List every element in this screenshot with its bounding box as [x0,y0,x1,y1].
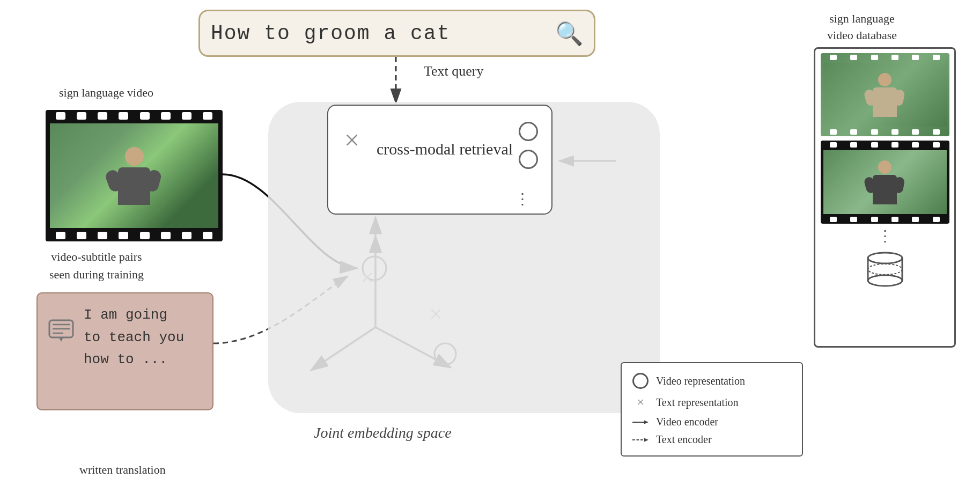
legend-text-encoder: Text encoder [632,433,791,446]
subtitle-box: I am goingto teach youhow to ... [36,292,213,410]
db-film-1 [821,53,949,136]
sign-language-db-label: sign languagevideo database [827,11,897,44]
database-icon [864,251,907,290]
cross-modal-retrieval-box: × ⋮ cross-modal retrieval [327,105,552,215]
legend-video-representation: Video representation [632,373,791,389]
legend-text-rep-label: Text representation [656,396,739,409]
search-bar[interactable]: How to groom a cat 🔍 [198,10,595,57]
embedding-space-label: Joint embedding space [314,424,452,442]
db-film-2 [821,141,949,224]
svg-marker-26 [644,438,649,442]
svg-point-13 [868,253,902,263]
retrieval-circles [519,122,538,169]
legend-circle-icon [632,373,649,389]
legend-video-encoder: Video encoder [632,416,791,428]
legend-video-rep-label: Video representation [656,375,745,387]
legend-video-encoder-label: Video encoder [656,416,718,428]
video-subtitle-label: video-subtitle pairsseen during training [49,248,144,283]
db-dots: ⋮ [878,230,893,242]
legend-text-encoder-label: Text encoder [656,433,712,446]
svg-point-17 [868,264,902,275]
retrieval-x-icon: × [344,124,359,156]
retrieval-dots: ⋮ [515,195,531,204]
legend-dashed-arrow-icon [632,436,649,444]
cross-modal-retrieval-label: cross-modal retrieval [377,138,513,160]
legend-solid-arrow-icon [632,418,649,426]
text-query-label: Text query [424,63,484,79]
legend-box: Video representation × Text representati… [621,362,803,457]
subtitle-icon [48,319,74,347]
sign-language-video-filmstrip [46,110,223,241]
legend-text-representation: × Text representation [632,394,791,410]
subtitle-text: I am goingto teach youhow to ... [84,304,184,371]
legend-x-icon: × [632,394,649,410]
sign-language-db-panel: ⋮ [814,47,956,348]
sign-language-video-label: sign language video [59,85,153,101]
search-icon[interactable]: 🔍 [555,20,583,47]
svg-marker-22 [59,337,63,342]
search-query: How to groom a cat [211,22,555,45]
svg-point-14 [868,275,902,286]
written-translation-label: written translation [79,463,166,477]
svg-marker-24 [644,420,649,424]
